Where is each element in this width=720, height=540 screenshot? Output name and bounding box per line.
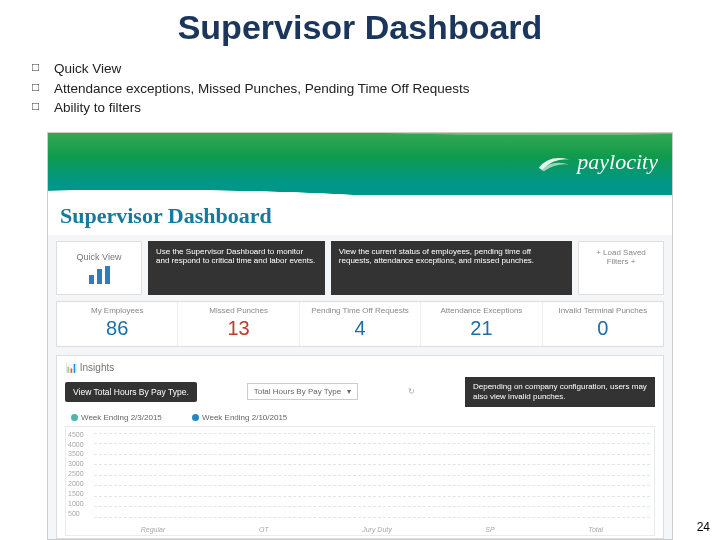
quick-view-label: Quick View	[77, 252, 122, 262]
bullet-item: Quick View	[54, 59, 720, 79]
hours-chart: 4500 4000 3500 3000 2500 2000 1500 1000 …	[65, 426, 655, 536]
chart-legend: Week Ending 2/3/2015 Week Ending 2/10/20…	[71, 413, 655, 422]
stat-value: 13	[180, 317, 296, 340]
legend-dot-icon	[71, 414, 78, 421]
config-note: Depending on company configuration, user…	[465, 377, 655, 407]
stat-invalid-punches[interactable]: Invalid Terminal Punches 0	[542, 302, 663, 346]
stat-pending-timeoff[interactable]: Pending Time Off Requests 4	[299, 302, 420, 346]
x-axis: Regular OT Jury Duty SP Total	[94, 526, 650, 533]
stat-my-employees[interactable]: My Employees 86	[57, 302, 177, 346]
insights-header: 📊 Insights	[65, 362, 655, 373]
tip-status: View the current status of employees, pe…	[331, 241, 572, 295]
dashboard-screenshot: paylocity Supervisor Dashboard Quick Vie…	[47, 132, 673, 540]
chevron-down-icon: ▾	[347, 387, 351, 396]
legend-b: Week Ending 2/10/2015	[202, 413, 287, 422]
brand-name: paylocity	[577, 149, 658, 175]
y-axis: 4500 4000 3500 3000 2500 2000 1500 1000 …	[68, 431, 84, 517]
legend-dot-icon	[192, 414, 199, 421]
select-value: Total Hours By Pay Type	[254, 387, 341, 396]
view-hours-button[interactable]: View Total Hours By Pay Type.	[65, 382, 197, 402]
slide-bullets: Quick View Attendance exceptions, Missed…	[54, 59, 720, 118]
stat-value: 86	[59, 317, 175, 340]
bars-icon	[89, 266, 110, 284]
stat-label: Attendance Exceptions	[423, 306, 539, 315]
stat-value: 4	[302, 317, 418, 340]
stat-row: My Employees 86 Missed Punches 13 Pendin…	[56, 301, 664, 347]
stat-attendance-exceptions[interactable]: Attendance Exceptions 21	[420, 302, 541, 346]
swirl-icon	[537, 151, 571, 173]
bullet-item: Attendance exceptions, Missed Punches, P…	[54, 79, 720, 99]
chart-icon: 📊	[65, 362, 77, 373]
stat-value: 21	[423, 317, 539, 340]
bullet-item: Ability to filters	[54, 98, 720, 118]
stat-missed-punches[interactable]: Missed Punches 13	[177, 302, 298, 346]
stat-label: Invalid Terminal Punches	[545, 306, 661, 315]
stat-label: Pending Time Off Requests	[302, 306, 418, 315]
stat-value: 0	[545, 317, 661, 340]
slide-title: Supervisor Dashboard	[0, 8, 720, 47]
load-filters-button[interactable]: + Load Saved Filters +	[578, 241, 664, 295]
dashboard-title: Supervisor Dashboard	[60, 203, 672, 229]
insights-label: Insights	[80, 362, 114, 373]
page-number: 24	[697, 520, 710, 534]
legend-a: Week Ending 2/3/2015	[81, 413, 162, 422]
refresh-button[interactable]: ↻	[408, 387, 415, 396]
stat-label: Missed Punches	[180, 306, 296, 315]
stat-label: My Employees	[59, 306, 175, 315]
tip-monitor: Use the Supervisor Dashboard to monitor …	[148, 241, 325, 295]
quick-view-card[interactable]: Quick View	[56, 241, 142, 295]
pay-type-select[interactable]: Total Hours By Pay Type ▾	[247, 383, 358, 400]
brand-logo: paylocity	[537, 149, 658, 175]
insights-panel: 📊 Insights View Total Hours By Pay Type.…	[56, 355, 664, 539]
brand-banner: paylocity	[48, 133, 672, 195]
